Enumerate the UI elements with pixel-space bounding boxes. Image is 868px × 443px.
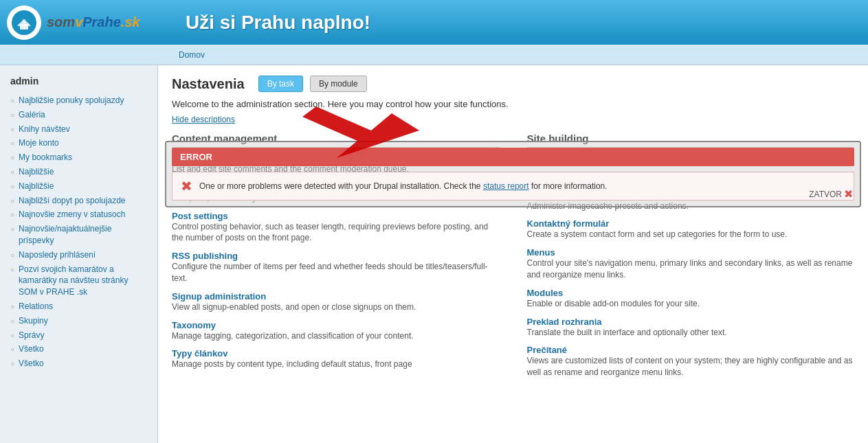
- cm-item-4: Signup administration View all signup-en…: [172, 291, 500, 313]
- bullet-icon: ○: [10, 168, 14, 177]
- cm-desc-5: Manage tagging, categorization, and clas…: [172, 330, 500, 342]
- cm-link-4[interactable]: Signup administration: [172, 291, 266, 302]
- bullet-icon: ○: [10, 302, 14, 312]
- sidebar-user-label: admin: [0, 72, 157, 93]
- sb-item-3: Modules Enable or disable add-on modules…: [527, 288, 855, 310]
- cm-link-2[interactable]: Post settings: [172, 211, 228, 221]
- sb-link-3[interactable]: Modules: [527, 288, 564, 298]
- bullet-icon: ○: [10, 210, 14, 220]
- cm-desc-2: Control posting behavior, such as teaser…: [172, 221, 500, 245]
- sb-item-2: Menus Control your site's navigation men…: [527, 247, 855, 281]
- cm-item-2: Post settings Control posting behavior, …: [172, 211, 500, 245]
- close-button[interactable]: ZATVOR ✖: [809, 188, 853, 201]
- sidebar-item-15[interactable]: ○ Všetko: [0, 342, 157, 356]
- error-icon: ✖: [181, 178, 192, 194]
- bullet-icon: ○: [10, 225, 14, 234]
- sidebar: admin ○ Najbližšie ponuky spolujazdy ○ G…: [0, 65, 158, 443]
- breadcrumb-home[interactable]: Domov: [179, 50, 205, 60]
- cm-link-6[interactable]: Typy článkov: [172, 348, 227, 359]
- sidebar-item-8[interactable]: ○ Najnovšie zmeny v statusoch: [0, 207, 157, 222]
- sidebar-item-11[interactable]: ○ Pozvi svojich kamarátov a kamarátky na…: [0, 262, 157, 299]
- sb-item-5: Prečítané Views are customized lists of …: [527, 345, 855, 378]
- sidebar-item-1[interactable]: ○ Galéria: [0, 108, 157, 122]
- sidebar-item-9[interactable]: ○ Najnovšie/najaktuálnejšie príspevky: [0, 222, 157, 248]
- content-area: Nastavenia By task By module Welcome to …: [158, 65, 868, 443]
- sb-desc-4: Translate the built in interface and opt…: [527, 327, 855, 339]
- sidebar-item-16[interactable]: ○ Všetko: [0, 356, 157, 371]
- welcome-text: Welcome to the administration section. H…: [172, 99, 854, 109]
- bullet-icon: ○: [10, 331, 14, 341]
- bullet-icon: ○: [10, 182, 14, 192]
- logo-text: somvPrahe.sk: [47, 14, 140, 30]
- header-title-area: Uži si Prahu naplno!: [172, 12, 868, 34]
- sidebar-item-0[interactable]: ○ Najbližšie ponuky spolujazdy: [0, 93, 157, 108]
- tab-by-module[interactable]: By module: [310, 76, 367, 92]
- site-logo[interactable]: [7, 5, 41, 40]
- sb-link-4[interactable]: Preklad rozhrania: [527, 317, 602, 327]
- sb-link-5[interactable]: Prečítané: [527, 345, 568, 355]
- sb-desc-2: Control your site's navigation menu, pri…: [527, 258, 855, 281]
- header-title: Uži si Prahu naplno!: [186, 12, 868, 34]
- sb-item-1: Kontaktný formulár Create a system conta…: [527, 218, 855, 240]
- sidebar-item-14[interactable]: ○ Správy: [0, 328, 157, 343]
- cm-desc-6: Manage posts by content type, including …: [172, 359, 500, 370]
- bullet-icon: ○: [10, 125, 14, 135]
- svg-rect-2: [22, 19, 26, 23]
- sb-link-1[interactable]: Kontaktný formulár: [527, 218, 610, 229]
- bullet-icon: ○: [10, 345, 14, 354]
- bullet-icon: ○: [10, 251, 14, 260]
- error-text: One or more problems were detected with …: [199, 181, 608, 191]
- bullet-icon: ○: [10, 139, 14, 148]
- sb-link-2[interactable]: Menus: [527, 247, 555, 258]
- page-title: Nastavenia: [172, 76, 245, 92]
- sb-desc-3: Enable or disable add-on modules for you…: [527, 298, 855, 310]
- sb-desc-1: Create a system contact form and set up …: [527, 229, 855, 240]
- sidebar-item-4[interactable]: ○ My bookmarks: [0, 150, 157, 165]
- sidebar-item-13[interactable]: ○ Skupiny: [0, 314, 157, 328]
- page-header: Nastavenia By task By module: [172, 76, 854, 92]
- bullet-icon: ○: [10, 359, 14, 369]
- cm-item-5: Taxonomy Manage tagging, categorization,…: [172, 320, 500, 342]
- sidebar-item-5[interactable]: ○ Najbližšie: [0, 165, 157, 179]
- bullet-icon: ○: [10, 265, 14, 275]
- sb-desc-5: Views are customized lists of content on…: [527, 355, 855, 378]
- sidebar-item-3[interactable]: ○ Moje konto: [0, 136, 157, 150]
- sidebar-item-2[interactable]: ○ Knihy návštev: [0, 122, 157, 137]
- error-overlay: ERROR ✖ One or more problems were detect…: [165, 141, 861, 207]
- cm-item-6: Typy článkov Manage posts by content typ…: [172, 348, 500, 370]
- cm-desc-4: View all signup-enabled posts, and open …: [172, 302, 500, 313]
- sidebar-item-6[interactable]: ○ Najbližšie: [0, 179, 157, 194]
- tab-by-task[interactable]: By task: [258, 76, 303, 92]
- cm-item-3: RSS publishing Configure the number of i…: [172, 251, 500, 284]
- cm-link-5[interactable]: Taxonomy: [172, 320, 216, 330]
- hide-descriptions-link[interactable]: Hide descriptions: [172, 115, 854, 124]
- main-layout: admin ○ Najbližšie ponuky spolujazdy ○ G…: [0, 65, 868, 443]
- bullet-icon: ○: [10, 196, 14, 206]
- error-body: ✖ One or more problems were detected wit…: [172, 172, 854, 201]
- sidebar-item-10[interactable]: ○ Naposledy prihlásení: [0, 248, 157, 262]
- status-report-link[interactable]: status report: [483, 181, 529, 191]
- header: somvPrahe.sk Uži si Prahu naplno!: [0, 0, 868, 45]
- cm-desc-3: Configure the number of items per feed a…: [172, 261, 500, 284]
- bullet-icon: ○: [10, 317, 14, 326]
- close-icon[interactable]: ✖: [844, 188, 853, 201]
- bullet-icon: ○: [10, 153, 14, 163]
- sidebar-item-7[interactable]: ○ Najbližší dopyt po spolujazde: [0, 194, 157, 208]
- error-header: ERROR: [172, 148, 854, 166]
- cm-link-3[interactable]: RSS publishing: [172, 251, 238, 261]
- breadcrumb-bar: Domov: [0, 45, 868, 65]
- logo-area: somvPrahe.sk: [0, 5, 172, 40]
- bullet-icon: ○: [10, 96, 14, 106]
- sb-item-4: Preklad rozhrania Translate the built in…: [527, 317, 855, 339]
- bullet-icon: ○: [10, 111, 14, 120]
- svg-rect-1: [20, 24, 28, 30]
- sidebar-item-12[interactable]: ○ Relations: [0, 299, 157, 314]
